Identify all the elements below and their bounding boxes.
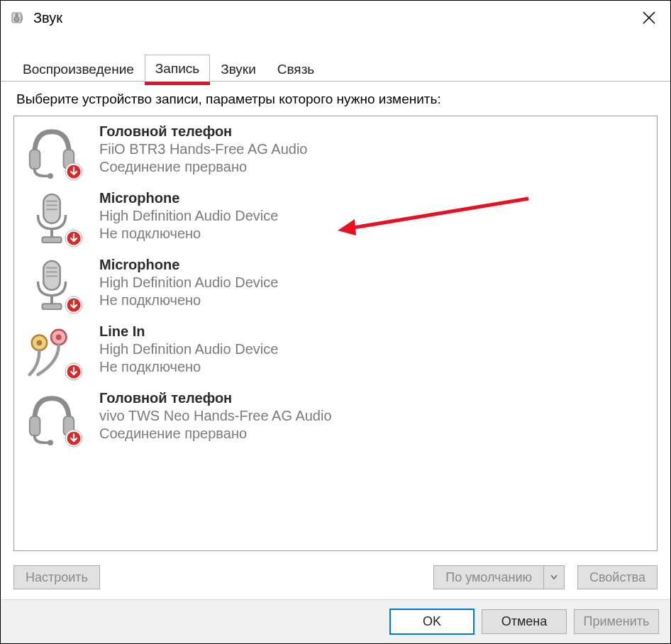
instruction-text: Выберите устройство записи, параметры ко… <box>16 91 658 107</box>
device-name: Головной телефон <box>99 123 307 140</box>
device-row[interactable]: Microphone High Definition Audio Device … <box>14 186 657 252</box>
tab-communications[interactable]: Связь <box>267 55 326 82</box>
device-row[interactable]: Головной телефон vivo TWS Neo Hands-Free… <box>14 386 657 453</box>
device-name: Microphone <box>99 257 278 273</box>
tab-body: Выберите устройство записи, параметры ко… <box>1 82 670 599</box>
tab-sounds[interactable]: Звуки <box>210 55 267 82</box>
disconnected-icon <box>64 295 84 315</box>
tabstrip: Воспроизведение Запись Звуки Связь <box>1 50 670 82</box>
close-button[interactable] <box>632 1 666 35</box>
apply-button[interactable]: Применить <box>574 609 659 634</box>
device-status: Соединение прервано <box>99 426 332 442</box>
cancel-button[interactable]: Отмена <box>482 609 567 634</box>
headset-icon <box>24 123 79 179</box>
device-sub: vivo TWS Neo Hands-Free AG Audio <box>99 408 332 424</box>
device-name: Line In <box>99 323 278 340</box>
titlebar: Звук <box>1 1 670 35</box>
device-sub: FiiO BTR3 Hands-Free AG Audio <box>99 141 307 157</box>
dialog-footer: OK Отмена Применить <box>1 599 670 643</box>
device-status: Соединение прервано <box>99 159 307 175</box>
headset-icon <box>24 390 79 445</box>
microphone-icon <box>24 257 79 312</box>
close-icon <box>643 11 655 24</box>
device-row[interactable]: Головной телефон FiiO BTR3 Hands-Free AG… <box>14 119 657 186</box>
device-status: Не подключено <box>99 226 278 242</box>
sound-icon <box>9 9 26 26</box>
set-default-split[interactable]: По умолчанию <box>433 565 565 589</box>
device-name: Microphone <box>99 190 278 206</box>
set-default-dropdown[interactable] <box>543 565 565 589</box>
device-status: Не подключено <box>99 359 278 375</box>
device-row[interactable]: Microphone High Definition Audio Device … <box>14 252 657 319</box>
window-title: Звук <box>33 10 632 26</box>
svg-point-16 <box>14 16 19 21</box>
tab-playback[interactable]: Воспроизведение <box>12 55 145 82</box>
device-row[interactable]: Line In High Definition Audio Device Не … <box>14 319 657 386</box>
device-list[interactable]: Головной телефон FiiO BTR3 Hands-Free AG… <box>13 116 658 551</box>
disconnected-icon <box>64 428 84 448</box>
device-action-row: Настроить По умолчанию Свойства <box>13 555 658 599</box>
svg-point-17 <box>16 13 18 16</box>
properties-button[interactable]: Свойства <box>577 565 658 589</box>
device-sub: High Definition Audio Device <box>99 341 278 357</box>
device-sub: High Definition Audio Device <box>99 208 278 224</box>
device-name: Головной телефон <box>99 390 332 406</box>
ok-button[interactable]: OK <box>389 609 475 635</box>
device-sub: High Definition Audio Device <box>99 274 278 291</box>
microphone-icon <box>24 190 79 245</box>
device-status: Не подключено <box>99 292 278 309</box>
disconnected-icon <box>64 228 84 248</box>
set-default-button[interactable]: По умолчанию <box>433 565 543 589</box>
line-in-icon <box>24 323 79 379</box>
disconnected-icon <box>64 362 84 382</box>
disconnected-icon <box>64 162 84 182</box>
sound-dialog: Звук Воспроизведение Запись Звуки Связь … <box>0 0 671 644</box>
configure-button[interactable]: Настроить <box>13 565 100 589</box>
chevron-down-icon <box>550 574 558 581</box>
tab-recording[interactable]: Запись <box>145 55 210 82</box>
